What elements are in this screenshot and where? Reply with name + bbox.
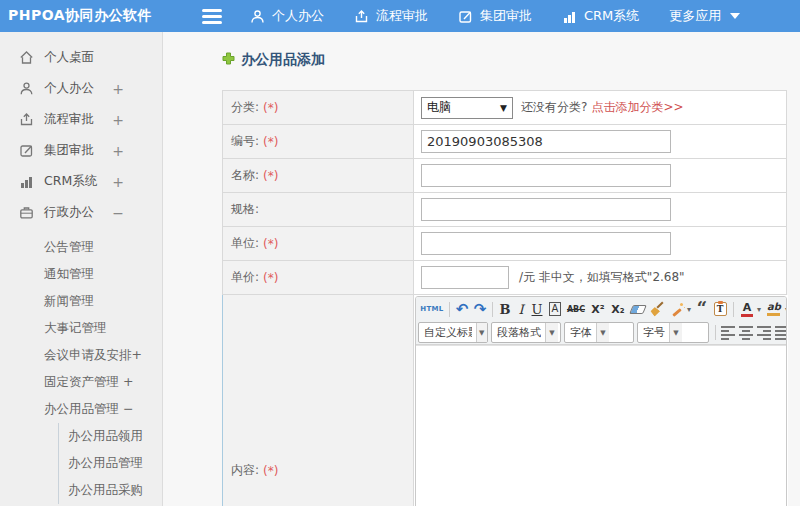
toolbar-separator: [492, 302, 493, 317]
unit-input[interactable]: [421, 232, 671, 255]
sidebar-item-notice-mgmt[interactable]: 通知管理: [0, 261, 162, 288]
toolbar-separator: [715, 325, 716, 340]
spec-input[interactable]: [421, 198, 671, 221]
sidebar-item-label: 办公用品管理 −: [44, 401, 133, 418]
code-input[interactable]: [421, 130, 671, 153]
font-style-button[interactable]: A: [546, 299, 564, 319]
strikethrough-button[interactable]: ABC: [564, 299, 588, 319]
italic-button[interactable]: I: [514, 299, 528, 319]
caret-down-icon: ▼: [476, 323, 487, 342]
rich-text-editor: HTML ↶ ↷ B I U A ABC X² X₂: [415, 296, 787, 506]
edit-square-icon: [458, 9, 473, 24]
nav-label: 流程审批: [376, 7, 428, 25]
redo-icon[interactable]: ↷: [471, 299, 489, 319]
nav-crm-system[interactable]: CRM系统: [562, 7, 639, 25]
nav-process-approval[interactable]: 流程审批: [354, 7, 428, 25]
editor-content-area[interactable]: [416, 345, 786, 506]
paste-as-text-icon[interactable]: T: [710, 299, 730, 319]
price-label-cell: 单价: (*): [223, 261, 414, 294]
category-select[interactable]: 电脑 ▼: [421, 97, 513, 119]
sidebar-item-announcement-mgmt[interactable]: 公告管理: [0, 234, 162, 261]
field-label: 名称:: [231, 167, 259, 184]
superscript-button[interactable]: X²: [588, 299, 608, 319]
nav-group-approval[interactable]: 集团审批: [458, 7, 532, 25]
align-center-icon[interactable]: [739, 326, 753, 340]
sidebar-item-fixed-assets-mgmt[interactable]: 固定资产管理 +: [0, 369, 162, 396]
sidebar-item-label: 个人办公: [44, 80, 94, 97]
sidebar-item-label: CRM系统: [44, 173, 97, 190]
undo-icon[interactable]: ↶: [453, 299, 471, 319]
expand-plus-icon[interactable]: +: [112, 112, 124, 128]
price-value-cell: /元 非中文，如填写格式"2.68": [414, 261, 786, 294]
sidebar-item-admin-office[interactable]: 行政办公 −: [0, 197, 162, 228]
sidebar-item-personal-desktop[interactable]: 个人桌面: [0, 42, 162, 73]
unit-value-cell: [414, 227, 786, 260]
edit-square-icon: [19, 143, 36, 158]
align-justify-icon[interactable]: [775, 326, 786, 340]
bold-button[interactable]: B: [496, 299, 514, 319]
nav-personal-office[interactable]: 个人办公: [250, 7, 324, 25]
field-label: 单位:: [231, 235, 259, 252]
expand-plus-icon[interactable]: +: [112, 174, 124, 190]
form-row-category: 分类: (*) 电脑 ▼ 还没有分类? 点击添加分类>>: [223, 91, 786, 125]
sidebar-item-supplies-manage[interactable]: 办公用品管理: [59, 450, 162, 477]
nav-label: 个人办公: [272, 7, 324, 25]
highlight-color-button[interactable]: ab▾: [763, 299, 786, 319]
nav-label: CRM系统: [584, 7, 639, 25]
name-input[interactable]: [421, 164, 671, 187]
align-right-icon[interactable]: [757, 326, 771, 340]
sidebar-item-personal-office[interactable]: 个人办公 +: [0, 73, 162, 104]
font-color-button[interactable]: A▾: [737, 299, 763, 319]
sidebar-item-news-mgmt[interactable]: 新闻管理: [0, 288, 162, 315]
sidebar-item-office-supplies-mgmt[interactable]: 办公用品管理 −: [0, 396, 162, 423]
sidebar-item-supplies-purchase[interactable]: 办公用品采购: [59, 477, 162, 504]
sidebar-item-meeting-mgmt[interactable]: 会议申请及安排+: [0, 342, 162, 369]
caret-down-icon: [730, 13, 740, 19]
sidebar-item-supplies-receive[interactable]: 办公用品领用: [59, 423, 162, 450]
source-code-button[interactable]: HTML: [418, 299, 446, 319]
share-box-icon: [19, 112, 36, 127]
form-row-code: 编号: (*): [223, 125, 786, 159]
page-title-text: 办公用品添加: [241, 51, 325, 69]
eraser-icon[interactable]: [628, 299, 648, 319]
expand-plus-icon[interactable]: +: [112, 81, 124, 97]
sidebar-item-process-approval[interactable]: 流程审批 +: [0, 104, 162, 135]
sidebar-submenu-office-supplies: 办公用品领用 办公用品管理 办公用品采购: [58, 423, 162, 504]
underline-button[interactable]: U: [528, 299, 546, 319]
sidebar-item-label: 固定资产管理 +: [44, 374, 133, 391]
price-input[interactable]: [421, 266, 509, 289]
main-content: 办公用品添加 分类: (*) 电脑 ▼ 还没有分类? 点击添加分类>>: [163, 32, 800, 506]
blockquote-button[interactable]: “: [694, 299, 710, 319]
paragraph-format-select[interactable]: 段落格式▼: [491, 322, 561, 343]
font-size-select[interactable]: 字号▼: [637, 322, 709, 343]
expand-plus-icon[interactable]: +: [112, 143, 124, 159]
sidebar-item-label: 办公用品采购: [68, 482, 143, 499]
spec-value-cell: [414, 193, 786, 226]
sidebar-item-events-mgmt[interactable]: 大事记管理: [0, 315, 162, 342]
unit-label-cell: 单位: (*): [223, 227, 414, 260]
toolbar-separator: [733, 302, 734, 317]
office-supply-form: 分类: (*) 电脑 ▼ 还没有分类? 点击添加分类>> 编号: (*): [222, 90, 787, 506]
quick-format-icon[interactable]: ▾: [668, 299, 694, 319]
nav-more-apps[interactable]: 更多应用: [669, 7, 740, 25]
form-row-spec: 规格:: [223, 193, 786, 227]
format-brush-icon[interactable]: [648, 299, 668, 319]
align-left-icon[interactable]: [721, 326, 735, 340]
font-family-select[interactable]: 字体▼: [564, 322, 634, 343]
add-category-link[interactable]: 点击添加分类>>: [591, 99, 683, 116]
sidebar-item-group-approval[interactable]: 集团审批 +: [0, 135, 162, 166]
custom-heading-select[interactable]: 自定义标题▼: [418, 322, 488, 343]
required-mark: (*): [263, 271, 278, 285]
caret-down-icon: ▼: [500, 103, 507, 113]
editor-toolbar-row1: HTML ↶ ↷ B I U A ABC X² X₂: [416, 297, 786, 321]
caret-down-icon: ▼: [596, 323, 609, 342]
category-value-cell: 电脑 ▼ 还没有分类? 点击添加分类>>: [414, 91, 786, 124]
no-category-note: 还没有分类?: [521, 99, 587, 116]
subscript-button[interactable]: X₂: [608, 299, 628, 319]
sidebar-item-crm-system[interactable]: CRM系统 +: [0, 166, 162, 197]
hamburger-menu-icon[interactable]: [202, 9, 222, 24]
field-label: 单价:: [231, 269, 259, 286]
category-select-value: 电脑: [427, 99, 451, 116]
collapse-minus-icon[interactable]: −: [112, 205, 124, 221]
sidebar-item-label: 个人桌面: [44, 49, 94, 66]
